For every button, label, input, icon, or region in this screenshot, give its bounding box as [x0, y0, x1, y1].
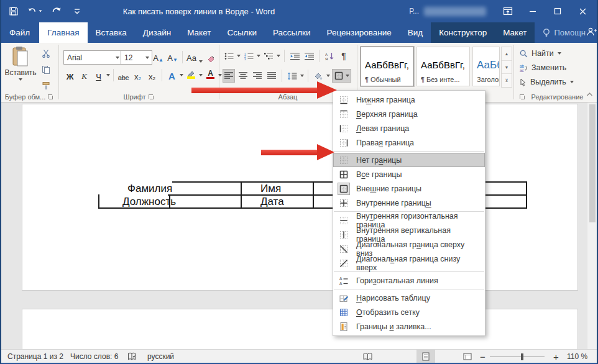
customize-qat-icon[interactable] [70, 3, 85, 19]
ribbon-display-options-icon[interactable] [497, 2, 518, 20]
grow-font-button[interactable]: A▲ [152, 49, 165, 65]
table-cell-lastname[interactable]: Фамилия [127, 183, 172, 195]
line-spacing-dropdown-icon[interactable] [300, 75, 304, 77]
zoom-in-button[interactable]: + [553, 350, 559, 363]
tab-table-layout[interactable]: Макет [495, 22, 535, 43]
font-color-button[interactable]: А [204, 68, 217, 83]
zoom-slider[interactable] [490, 350, 545, 363]
menu-item-borders-and-shading[interactable]: Границы и заливка... [333, 319, 485, 334]
account-name-short[interactable]: Р... [409, 7, 419, 16]
styles-scroll-up-icon[interactable]: ▲ [502, 47, 512, 61]
clipboard-dialog-launcher[interactable] [48, 94, 53, 100]
multilevel-list-icon[interactable] [262, 49, 275, 63]
table-cell-date[interactable]: Дата [260, 196, 284, 208]
web-layout-button[interactable] [458, 350, 477, 363]
format-painter-icon[interactable] [39, 80, 53, 92]
help-label[interactable]: Помощн [554, 28, 586, 37]
pilcrow-icon[interactable]: ¶ [338, 49, 350, 63]
bold-button[interactable]: Ж [63, 68, 76, 83]
vertical-scrollbar[interactable] [587, 102, 597, 349]
menu-item-diagonal-up-border[interactable]: Диагональная граница снизу вверх [333, 256, 485, 270]
select-button[interactable]: Выделить [520, 78, 574, 86]
align-center-button[interactable] [237, 69, 249, 83]
bullets-icon[interactable] [223, 49, 235, 63]
share-icon[interactable] [586, 27, 597, 39]
account-name-redacted[interactable] [424, 7, 486, 16]
page-1[interactable] [22, 104, 578, 291]
subscript-button[interactable]: x2 [131, 68, 144, 83]
styles-gallery-more-icon[interactable]: ⊻ [502, 74, 512, 87]
align-right-button[interactable] [251, 69, 264, 83]
bullets-dropdown-icon[interactable] [237, 55, 241, 57]
document-area[interactable] [0, 102, 598, 349]
change-case-button[interactable]: Aa [186, 49, 203, 65]
word-count[interactable]: Число слов: 6 [70, 350, 118, 363]
borders-button[interactable] [332, 69, 351, 83]
font-size-combo[interactable]: 12 [121, 50, 152, 65]
tab-view[interactable]: Вид [400, 22, 431, 43]
multilevel-dropdown-icon[interactable] [277, 55, 280, 57]
read-mode-button[interactable] [358, 350, 377, 363]
strikethrough-button[interactable]: abc [117, 68, 130, 83]
zoom-slider-thumb[interactable] [521, 353, 523, 360]
tab-layout[interactable]: Макет [179, 22, 219, 43]
undo-icon[interactable] [27, 3, 42, 19]
print-layout-button[interactable] [416, 350, 435, 363]
numbering-icon[interactable]: 123 [242, 49, 255, 63]
tab-design[interactable]: Дизайн [135, 22, 179, 43]
font-name-combo[interactable]: Arial [63, 50, 122, 65]
numbering-dropdown-icon[interactable] [257, 55, 260, 57]
styles-gallery-scroll[interactable]: ▲ ▼ ⊻ [501, 47, 512, 88]
style-card-heading1[interactable]: АаБбВ Заголово... [472, 47, 500, 86]
menu-item-outside-borders[interactable]: Внешние границы [333, 181, 485, 196]
styles-dialog-launcher[interactable] [520, 94, 525, 100]
highlight-dropdown-icon[interactable] [199, 74, 203, 76]
save-icon[interactable] [6, 3, 21, 19]
proofing-status-icon[interactable] [127, 350, 137, 363]
italic-button[interactable]: К [78, 68, 91, 83]
justify-button[interactable] [265, 69, 278, 83]
tab-mailings[interactable]: Рассылки [265, 22, 319, 43]
text-effects-button[interactable]: А [165, 68, 178, 83]
menu-item-right-border[interactable]: Правая граница [333, 135, 485, 150]
superscript-button[interactable]: x2 [145, 68, 159, 83]
undo-dropdown-icon[interactable] [39, 10, 42, 12]
underline-dropdown-icon[interactable] [106, 74, 110, 76]
shading-icon[interactable] [312, 69, 324, 83]
menu-item-top-border[interactable]: Верхняя граница [333, 107, 485, 121]
language-indicator[interactable]: русский [147, 350, 174, 363]
tab-table-design[interactable]: Конструктор [431, 22, 495, 43]
find-button[interactable]: Найти [520, 49, 561, 58]
menu-item-left-border[interactable]: Левая граница [333, 121, 485, 135]
menu-item-inside-borders[interactable]: Внутренние границы [333, 196, 485, 210]
tab-file[interactable]: Файл [0, 22, 39, 43]
menu-item-no-border[interactable]: Нет границы [333, 153, 485, 167]
table-cell-firstname[interactable]: Имя [260, 183, 281, 195]
maximize-button[interactable] [547, 2, 568, 20]
increase-indent-icon[interactable] [303, 49, 315, 63]
underline-button[interactable]: Ч [92, 68, 105, 83]
highlight-button[interactable] [185, 68, 198, 83]
replace-button[interactable]: abac Заменить [520, 63, 566, 72]
table-cell-position[interactable]: Должность [122, 196, 176, 208]
close-button[interactable] [572, 2, 593, 20]
styles-scroll-down-icon[interactable]: ▼ [502, 61, 512, 75]
menu-item-draw-table[interactable]: Нарисовать таблицу [333, 291, 485, 305]
scrollbar-thumb[interactable] [589, 104, 596, 222]
page-2[interactable] [22, 309, 578, 352]
minimize-button[interactable] [522, 2, 543, 20]
style-card-normal[interactable]: АаБбВвГг, ¶ Обычный [361, 47, 414, 86]
borders-dropdown-icon[interactable] [346, 75, 349, 77]
align-left-button[interactable] [223, 69, 235, 83]
page-indicator[interactable]: Страница 1 из 2 [7, 350, 63, 363]
zoom-level[interactable]: 110 % [567, 350, 587, 363]
text-effects-dropdown-icon[interactable] [180, 74, 183, 76]
tab-home[interactable]: Главная [39, 22, 87, 43]
copy-icon[interactable] [39, 63, 53, 76]
shrink-font-button[interactable]: A▼ [166, 49, 179, 65]
zoom-out-button[interactable]: − [480, 350, 485, 363]
tab-insert[interactable]: Вставка [88, 22, 135, 43]
line-spacing-icon[interactable] [286, 69, 298, 83]
sort-icon[interactable]: АЯ [323, 49, 336, 63]
tab-references[interactable]: Ссылки [219, 22, 265, 43]
